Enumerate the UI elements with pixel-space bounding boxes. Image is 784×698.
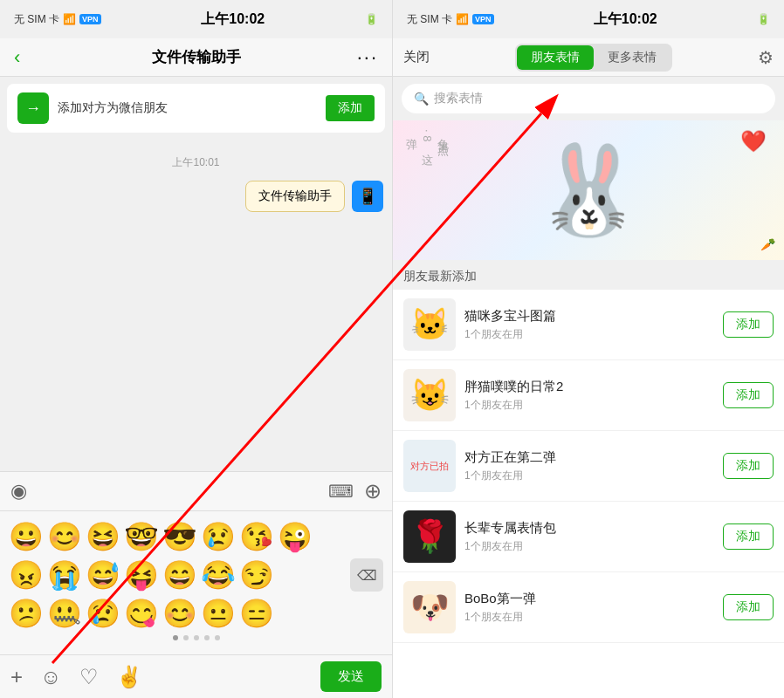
emoji-7[interactable]: 😘	[239, 520, 274, 553]
sticker-add-button-4[interactable]: 添加	[723, 594, 774, 620]
toolbar-plus-button[interactable]: ⊕	[364, 479, 382, 503]
back-button[interactable]: ‹	[14, 46, 20, 69]
emoji-11[interactable]: 😅	[86, 558, 120, 592]
emoji-4[interactable]: 🤓	[124, 520, 159, 553]
emoji-3[interactable]: 😆	[86, 520, 120, 553]
sticker-thumb-3: 🌹	[403, 510, 456, 563]
sticker-info-3: 长辈专属表情包 1个朋友在用	[464, 520, 714, 554]
left-wifi-icon: 📶	[63, 13, 76, 25]
emoji-19[interactable]: 😋	[124, 597, 159, 630]
emoji-2[interactable]: 😊	[47, 520, 82, 553]
emoji-16[interactable]: 😕	[9, 597, 44, 630]
sticker-name-2: 对方正在第二弹	[464, 449, 714, 466]
sticker-info-0: 猫咪多宝斗图篇 1个朋友在用	[464, 308, 714, 342]
sticker-name-4: BoBo第一弹	[464, 591, 714, 607]
sticker-thumb-4: 🐶	[403, 581, 456, 633]
sticker-item-0: 🐱 猫咪多宝斗图篇 1个朋友在用 添加	[393, 290, 784, 360]
emoji-page-dots	[9, 635, 383, 640]
tab-friends-emoji[interactable]: 朋友表情	[517, 45, 594, 70]
avatar-icon: 📱	[358, 187, 377, 206]
sticker-add-button-0[interactable]: 添加	[723, 311, 774, 338]
settings-button[interactable]: ⚙	[758, 47, 774, 68]
banner-bunny-emoji: 🐰	[534, 139, 643, 242]
search-placeholder-text: 搜索表情	[434, 91, 483, 106]
section-title: 朋友最新添加	[393, 260, 784, 290]
right-status-left: 无 SIM 卡 📶 VPN	[407, 12, 494, 27]
send-button[interactable]: 发送	[320, 661, 382, 692]
tab-more-emoji[interactable]: 更多表情	[594, 45, 671, 70]
more-button[interactable]: ···	[357, 46, 378, 69]
close-button[interactable]: 关闭	[403, 49, 430, 65]
right-nav: 关闭 朋友表情 更多表情 ⚙	[393, 38, 784, 77]
sticker-thumb-2: 对方已拍	[403, 440, 456, 492]
dot-5	[215, 635, 220, 640]
emoji-row-2: 😠 😭 😅 😝 😄 😂 😏 ⌫	[9, 558, 383, 592]
emoji-15[interactable]: 😏	[239, 558, 274, 592]
emoji-row-1: 😀 😊 😆 🤓 😎 😢 😘 😜	[9, 520, 383, 553]
right-wifi-icon: 📶	[456, 13, 469, 25]
left-nav: ‹ 文件传输助手 ···	[0, 38, 392, 77]
sticker-info-2: 对方正在第二弹 1个朋友在用	[464, 449, 714, 483]
dot-2	[183, 635, 189, 640]
dot-4	[204, 635, 210, 640]
emoji-12[interactable]: 😝	[124, 558, 159, 592]
chat-area: 上午10:01 文件传输助手 📱	[0, 140, 392, 471]
right-sim-text: 无 SIM 卡	[407, 12, 452, 27]
right-status-right: 🔋	[757, 13, 770, 25]
victory-icon[interactable]: ✌	[116, 665, 142, 689]
sticker-item-1: 😺 胖猫噗噗的日常2 1个朋友在用 添加	[393, 360, 784, 431]
left-status-right: 🔋	[365, 13, 378, 25]
sticker-list: 🐱 猫咪多宝斗图篇 1个朋友在用 添加 😺 胖猫噗噗的日常2 1个朋友在用 添加…	[393, 290, 784, 698]
emoji-20[interactable]: 😊	[162, 597, 197, 630]
add-friend-button[interactable]: 添加	[326, 95, 375, 121]
voice-button[interactable]: ◉	[10, 480, 27, 503]
right-status-bar: 无 SIM 卡 📶 VPN 上午10:02 🔋	[393, 0, 784, 38]
sticker-name-3: 长辈专属表情包	[464, 520, 714, 537]
sticker-thumb-1: 😺	[403, 369, 456, 421]
left-time: 上午10:02	[201, 10, 265, 29]
sticker-add-button-3[interactable]: 添加	[723, 524, 774, 550]
emoji-8[interactable]: 😜	[278, 520, 313, 553]
dot-1	[173, 635, 178, 640]
plus-icon[interactable]: +	[10, 665, 23, 689]
emoji-row-3: 😕 🤐 😢 😋 😊 😐 😑	[9, 597, 383, 630]
sticker-add-button-1[interactable]: 添加	[723, 382, 774, 408]
bottom-bar: + ☺ ♡ ✌ 发送	[0, 654, 392, 698]
emoji-6[interactable]: 😢	[201, 520, 236, 553]
emoji-13[interactable]: 😄	[162, 558, 197, 592]
emoji-18[interactable]: 😢	[86, 597, 120, 630]
sticker-banner: 兔 第 点· 8 这弹 🐰 ❤️ 🥕	[393, 120, 784, 260]
left-status-bar: 无 SIM 卡 📶 VPN 上午10:02 🔋	[0, 0, 392, 38]
emoji-14[interactable]: 😂	[201, 558, 236, 592]
left-status-left: 无 SIM 卡 📶 VPN	[14, 12, 101, 27]
user-avatar: 📱	[352, 181, 383, 212]
right-panel: 无 SIM 卡 📶 VPN 上午10:02 🔋 关闭 朋友表情 更多表情 ⚙ 🔍…	[392, 0, 784, 698]
banner-heart: ❤️	[740, 129, 767, 154]
chat-title: 文件传输助手	[152, 47, 241, 67]
right-vpn-badge: VPN	[472, 14, 494, 24]
emoji-5[interactable]: 😎	[162, 520, 197, 553]
emoji-21[interactable]: 😐	[201, 597, 236, 630]
emoji-17[interactable]: 🤐	[47, 597, 82, 630]
right-battery-icon: 🔋	[757, 13, 770, 25]
emoji-delete-button[interactable]: ⌫	[350, 558, 383, 592]
emoji-1[interactable]: 😀	[9, 520, 44, 553]
heart-icon[interactable]: ♡	[79, 665, 99, 689]
dot-3	[194, 635, 199, 640]
keyboard-button[interactable]: ⌨	[328, 481, 354, 502]
right-time: 上午10:02	[594, 10, 657, 29]
add-friend-icon: →	[17, 92, 49, 124]
left-sim-text: 无 SIM 卡	[14, 12, 59, 27]
emoji-icon[interactable]: ☺	[40, 665, 62, 689]
sticker-add-button-2[interactable]: 添加	[723, 453, 774, 479]
left-battery-icon: 🔋	[365, 13, 378, 25]
emoji-9[interactable]: 😠	[9, 558, 44, 592]
sticker-info-4: BoBo第一弹 1个朋友在用	[464, 591, 714, 625]
emoji-panel: 😀 😊 😆 🤓 😎 😢 😘 😜 😠 😭 😅 😝 😄 😂 😏 ⌫ 😕 🤐 😢 😋 …	[0, 510, 392, 654]
emoji-22[interactable]: 😑	[239, 597, 274, 630]
message-row: 文件传输助手 📱	[9, 181, 383, 212]
emoji-10[interactable]: 😭	[47, 558, 82, 592]
tab-group: 朋友表情 更多表情	[515, 44, 672, 72]
search-bar[interactable]: 🔍 搜索表情	[402, 84, 775, 113]
chat-timestamp: 上午10:01	[172, 155, 219, 170]
